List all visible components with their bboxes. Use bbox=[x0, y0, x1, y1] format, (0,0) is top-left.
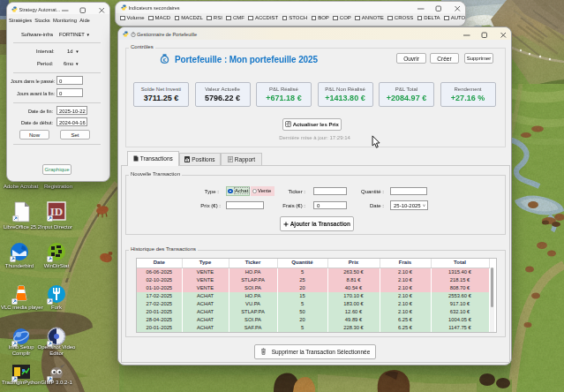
svg-text:€: € bbox=[163, 57, 167, 63]
